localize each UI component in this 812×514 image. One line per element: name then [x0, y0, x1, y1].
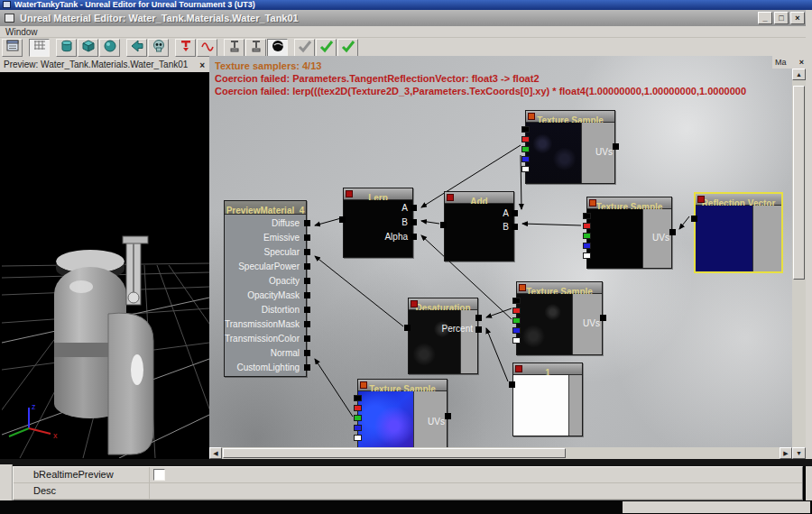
right-dock-tab-label: Ma	[775, 58, 787, 67]
input-distortion: Distortion	[262, 305, 300, 315]
lerp-pin-a[interactable]	[411, 205, 417, 211]
input-emissive: Emissive	[263, 233, 300, 243]
node-texture-sample-2[interactable]: Texture Sample UVs	[586, 197, 672, 269]
coercion-error-2: Coercion failed: lerp(((tex2D(Texture2D_…	[215, 85, 789, 97]
bottom-bar-segment	[623, 501, 810, 513]
pin-emissive[interactable]	[304, 234, 310, 241]
input-opacity: Opacity	[269, 276, 300, 286]
realtime-eye-button[interactable]	[267, 39, 288, 57]
back-arrow-button[interactable]	[126, 39, 147, 57]
texture-thumbnail	[517, 294, 573, 354]
texture-output-pins[interactable]	[583, 213, 591, 259]
desaturation-percent-label: Percent	[442, 324, 473, 334]
pin-specularpower[interactable]	[304, 263, 310, 270]
curve-button[interactable]	[197, 39, 217, 57]
menu-window[interactable]: Window	[5, 27, 38, 37]
close-button[interactable]: ×	[790, 12, 805, 24]
lerp-pin-alpha[interactable]	[411, 234, 417, 240]
texture-thumbnail	[526, 123, 582, 183]
check-gray-icon	[298, 39, 312, 57]
constant-output-pin[interactable]	[509, 381, 515, 388]
preview-sphere-button[interactable]	[99, 39, 120, 57]
scroll-left-button[interactable]: ◀	[209, 447, 222, 459]
add-output-pin[interactable]	[440, 222, 447, 228]
right-dock-close-icon[interactable]: ×	[799, 56, 804, 69]
node-color-chip	[589, 199, 596, 207]
preview-tab-title: Preview: Water_Tank.Materials.Water_Tank…	[4, 60, 188, 69]
pin-diffuse[interactable]	[304, 220, 310, 226]
property-row-desc[interactable]: Desc	[14, 483, 802, 500]
uvs-pin[interactable]	[669, 229, 676, 235]
node-add[interactable]: Add A B	[444, 191, 514, 262]
texture-output-pins[interactable]	[354, 395, 362, 441]
pin-normal[interactable]	[304, 350, 310, 356]
stamp-a-button[interactable]	[224, 39, 245, 57]
reflection-vector-output-pin[interactable]	[691, 216, 697, 222]
pin-opacitymask[interactable]	[304, 292, 310, 298]
node-texture-sample-3[interactable]: Texture Sample UVs	[516, 281, 603, 355]
uvs-pin[interactable]	[600, 315, 606, 321]
node-constant-1[interactable]: 1	[512, 363, 583, 436]
apply-disabled-button[interactable]	[294, 39, 315, 57]
uvs-pin[interactable]	[613, 143, 619, 150]
desaturation-pin-1[interactable]	[475, 315, 482, 321]
horizontal-scroll-thumb[interactable]	[223, 448, 566, 458]
desaturation-output-pin[interactable]	[404, 325, 411, 331]
pin-opacity[interactable]	[304, 278, 310, 284]
grid-toggle-button[interactable]	[29, 39, 50, 57]
home-button[interactable]	[175, 39, 196, 57]
apply-all-button[interactable]	[337, 39, 358, 57]
texture-output-pins[interactable]	[512, 298, 521, 344]
material-graph-canvas[interactable]: Texture samplers: 4/13 Coercion failed: …	[209, 56, 792, 459]
texture-output-pins[interactable]	[521, 126, 530, 172]
property-row-realtimepreview[interactable]: bRealtimePreview	[14, 467, 802, 483]
uvs-pin[interactable]	[445, 413, 451, 419]
bottom-bar	[0, 500, 812, 514]
lerp-output-pin[interactable]	[339, 216, 346, 223]
node-preview-material[interactable]: PreviewMaterial_4 Diffuse Emissive Specu…	[224, 200, 307, 377]
check-green-icon-2	[341, 39, 355, 57]
add-input-b-label: B	[503, 222, 509, 232]
preview-cylinder-button[interactable]	[56, 39, 77, 57]
skull-button[interactable]	[148, 39, 169, 57]
preview-close-icon[interactable]: ×	[199, 59, 205, 73]
node-reflection-vector[interactable]: Reflection Vector	[695, 193, 782, 272]
properties-button[interactable]	[2, 39, 23, 57]
scroll-down-button[interactable]: ▼	[792, 447, 806, 459]
axis-gizmo: z x	[9, 402, 58, 440]
node-lerp[interactable]: Lerp A B Alpha	[343, 188, 413, 258]
properties-panel: bRealtimePreview Desc	[13, 466, 803, 500]
scroll-up-button[interactable]: ▲	[792, 69, 806, 80]
vertical-scroll-thumb[interactable]	[793, 86, 805, 280]
pin-specular[interactable]	[304, 249, 310, 255]
graph-horizontal-scrollbar[interactable]: ◀ ▶	[209, 447, 792, 459]
node-texture-sample-1[interactable]: Texture Sample UVs	[525, 110, 615, 184]
editor-titlebar[interactable]: Unreal Material Editor: Water_Tank.Mater…	[0, 10, 812, 26]
add-pin-b[interactable]	[512, 224, 518, 230]
constant-thumbnail	[513, 375, 569, 436]
preview-cube-button[interactable]	[78, 39, 98, 57]
apply-button[interactable]	[316, 39, 337, 57]
stamp-b-button[interactable]	[245, 39, 266, 57]
pin-distortion[interactable]	[304, 307, 310, 313]
main-titlebar[interactable]: WaterTankyTank - Unreal Editor for Unrea…	[0, 0, 812, 10]
main-window-title: WaterTankyTank - Unreal Editor for Unrea…	[14, 0, 255, 9]
maximize-button[interactable]: □	[774, 12, 789, 24]
right-dock-tab[interactable]: Ma ×	[772, 56, 806, 69]
desaturation-pin-percent[interactable]	[475, 326, 482, 333]
realtimepreview-checkbox[interactable]	[153, 469, 165, 481]
cylinder-icon	[60, 39, 74, 57]
node-desaturation[interactable]: Desaturation Percent	[408, 298, 478, 374]
preview-viewport[interactable]: z x	[2, 72, 209, 458]
lerp-pin-b[interactable]	[411, 219, 417, 225]
add-pin-a[interactable]	[512, 210, 518, 216]
node-texture-sample-4[interactable]: Texture Sample UVs	[357, 379, 448, 455]
minimize-button[interactable]: _	[758, 12, 772, 24]
node-color-chip	[360, 381, 367, 389]
preview-tab[interactable]: Preview: Water_Tank.Materials.Water_Tank…	[0, 58, 209, 72]
pin-customlighting[interactable]	[304, 364, 310, 371]
pin-transmissioncolor[interactable]	[304, 335, 310, 342]
graph-vertical-scrollbar[interactable]: ▲ ▼	[792, 69, 806, 459]
scroll-right-button[interactable]: ▶	[780, 447, 792, 459]
pin-transmissionmask[interactable]	[304, 321, 310, 327]
